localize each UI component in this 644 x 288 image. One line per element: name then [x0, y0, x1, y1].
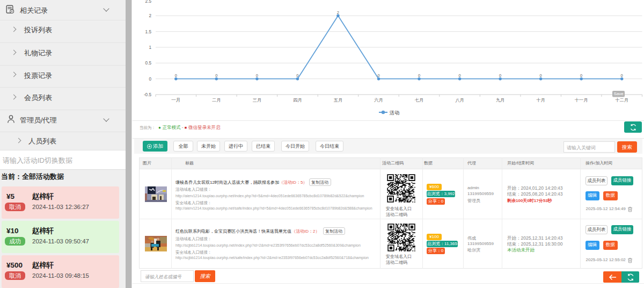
svg-text:0: 0: [377, 73, 379, 78]
svg-text:0: 0: [296, 73, 298, 78]
svg-text:九月: 九月: [496, 98, 504, 103]
svg-text:2: 2: [337, 10, 339, 15]
svg-text:0.5: 0.5: [145, 61, 152, 66]
svg-text:Save: Save: [613, 91, 624, 96]
svg-text:0: 0: [418, 73, 420, 78]
svg-text:0: 0: [256, 73, 258, 78]
svg-text:活动: 活动: [389, 110, 399, 116]
svg-text:七月: 七月: [415, 98, 423, 103]
svg-text:0: 0: [499, 73, 501, 78]
svg-text:1.5: 1.5: [145, 30, 152, 34]
svg-text:0: 0: [175, 73, 177, 78]
svg-text:0: 0: [149, 77, 151, 82]
svg-text:1: 1: [149, 45, 151, 50]
svg-text:四月: 四月: [293, 98, 302, 103]
svg-text:一月: 一月: [171, 97, 180, 103]
svg-text:-0.5: -0.5: [144, 92, 152, 97]
svg-text:二月: 二月: [212, 98, 221, 103]
svg-text:三月: 三月: [253, 98, 261, 103]
svg-text:2: 2: [149, 13, 151, 18]
svg-text:八月: 八月: [455, 98, 464, 103]
svg-text:0: 0: [540, 73, 542, 78]
svg-text:0: 0: [621, 73, 623, 78]
svg-text:十一月: 十一月: [574, 98, 588, 103]
svg-text:2.5: 2.5: [145, 0, 152, 4]
svg-text:十月: 十月: [536, 98, 545, 103]
svg-text:0: 0: [580, 73, 582, 78]
svg-text:六月: 六月: [374, 98, 383, 103]
svg-text:五月: 五月: [334, 98, 342, 103]
svg-text:0: 0: [459, 73, 461, 78]
svg-text:十二月: 十二月: [614, 98, 628, 103]
svg-text:0: 0: [215, 73, 217, 78]
